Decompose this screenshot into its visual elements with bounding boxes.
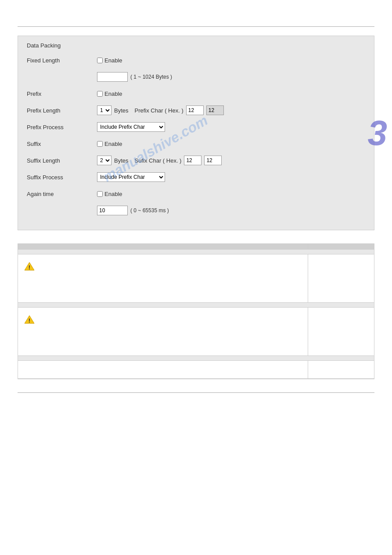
suffix-process-label: Suffix Process xyxy=(27,174,97,181)
again-time-input[interactable] xyxy=(97,206,128,215)
prefix-enable: Enable xyxy=(97,91,122,97)
prefix-process-label: Prefix Process xyxy=(27,124,97,131)
prefix-process-row: Prefix Process Include Prefix Char Exclu… xyxy=(27,121,365,133)
prefix-length-label: Prefix Length xyxy=(27,107,97,114)
suffix-length-bytes-label: Bytes xyxy=(114,157,129,164)
prefix-process-select[interactable]: Include Prefix Char Exclude Prefix Char xyxy=(97,122,165,132)
table-cell-side-2 xyxy=(308,308,374,355)
suffix-enable-label: Enable xyxy=(104,141,122,147)
suffix-row: Suffix Enable xyxy=(27,138,365,150)
table-section-3 xyxy=(18,356,374,361)
prefix-length-bytes-label: Bytes xyxy=(114,107,129,114)
suffix-enable: Enable xyxy=(97,141,122,147)
again-time-checkbox[interactable] xyxy=(97,191,103,197)
table-cell-main-1: ! xyxy=(18,254,308,302)
fixed-length-input-control: ( 1 ~ 1024 Bytes ) xyxy=(97,72,172,82)
fixed-length-enable: Enable xyxy=(97,57,122,64)
suffix-length-select[interactable]: 1 2 3 4 xyxy=(97,156,111,165)
prefix-checkbox[interactable] xyxy=(97,91,103,97)
suffix-char-label: Sufix Char ( Hex. ) xyxy=(135,157,182,164)
suffix-process-control: Include Prefix Char Exclude Prefix Char xyxy=(97,172,165,182)
suffix-char-input1[interactable] xyxy=(184,156,201,165)
again-time-enable-label: Enable xyxy=(104,191,122,197)
bottom-divider xyxy=(18,392,374,393)
suffix-checkbox[interactable] xyxy=(97,141,103,147)
svg-text:!: ! xyxy=(29,264,30,271)
again-time-enable: Enable xyxy=(97,191,122,197)
suffix-char-input2[interactable] xyxy=(204,156,222,165)
prefix-length-control: 1 2 3 4 Bytes Prefix Char ( Hex. ) xyxy=(97,105,224,115)
prefix-label: Prefix xyxy=(27,91,97,97)
table-row-3 xyxy=(18,361,374,379)
table-header xyxy=(18,244,374,250)
suffix-control: Enable xyxy=(97,141,122,147)
prefix-length-select[interactable]: 1 2 3 4 xyxy=(97,105,111,115)
prefix-char-label: Prefix Char ( Hex. ) xyxy=(135,107,183,114)
prefix-char-input1[interactable] xyxy=(186,105,204,115)
prefix-process-control: Include Prefix Char Exclude Prefix Char xyxy=(97,122,165,132)
fixed-length-range: ( 1 ~ 1024 Bytes ) xyxy=(130,74,172,80)
table-section-1 xyxy=(18,250,374,254)
chapter-number: 3 xyxy=(368,113,388,153)
table-row-2: ! xyxy=(18,308,374,356)
prefix-enable-label: Enable xyxy=(104,91,122,97)
warning-icon-1: ! xyxy=(24,261,35,272)
svg-text:!: ! xyxy=(29,317,30,324)
again-time-label: Again time xyxy=(27,191,97,197)
table-header-main xyxy=(18,244,308,249)
data-packing-section: Data Packing Fixed Length Enable ( 1 ~ 1… xyxy=(18,36,374,230)
fixed-length-enable-label: Enable xyxy=(104,57,122,64)
fixed-length-checkbox[interactable] xyxy=(97,58,103,63)
suffix-length-row: Suffix Length 1 2 3 4 Bytes Sufix Char (… xyxy=(27,154,365,167)
fixed-length-row: Fixed Length Enable xyxy=(27,54,365,66)
again-time-range: ( 0 ~ 65535 ms ) xyxy=(130,207,169,214)
prefix-length-row: Prefix Length 1 2 3 4 Bytes Prefix Char … xyxy=(27,104,365,116)
prefix-row: Prefix Enable xyxy=(27,87,365,100)
suffix-process-select[interactable]: Include Prefix Char Exclude Prefix Char xyxy=(97,172,165,182)
fixed-length-label: Fixed Length xyxy=(27,57,97,64)
table-cell-side-3 xyxy=(308,361,374,378)
section-title: Data Packing xyxy=(27,42,365,49)
table-section-2 xyxy=(18,303,374,308)
fixed-length-input-row: ( 1 ~ 1024 Bytes ) xyxy=(27,71,365,83)
again-time-input-row: ( 0 ~ 65535 ms ) xyxy=(27,204,365,217)
fixed-length-input[interactable] xyxy=(97,72,128,82)
warning-icon-2: ! xyxy=(24,315,35,326)
main-table: ! ! xyxy=(18,243,374,379)
table-row-1: ! xyxy=(18,254,374,303)
again-time-row: Again time Enable xyxy=(27,188,365,200)
table-cell-main-3 xyxy=(18,361,308,378)
table-cell-side-1 xyxy=(308,254,374,302)
again-time-input-control: ( 0 ~ 65535 ms ) xyxy=(97,206,169,215)
top-divider xyxy=(18,26,374,27)
fixed-length-control: Enable xyxy=(97,57,122,64)
prefix-control: Enable xyxy=(97,91,122,97)
table-cell-main-2: ! xyxy=(18,308,308,355)
table-header-side xyxy=(308,244,374,249)
suffix-length-label: Suffix Length xyxy=(27,157,97,164)
again-time-control: Enable xyxy=(97,191,122,197)
suffix-label: Suffix xyxy=(27,141,97,147)
suffix-process-row: Suffix Process Include Prefix Char Exclu… xyxy=(27,171,365,183)
suffix-length-control: 1 2 3 4 Bytes Sufix Char ( Hex. ) xyxy=(97,156,222,165)
prefix-char-input2[interactable] xyxy=(206,105,224,115)
